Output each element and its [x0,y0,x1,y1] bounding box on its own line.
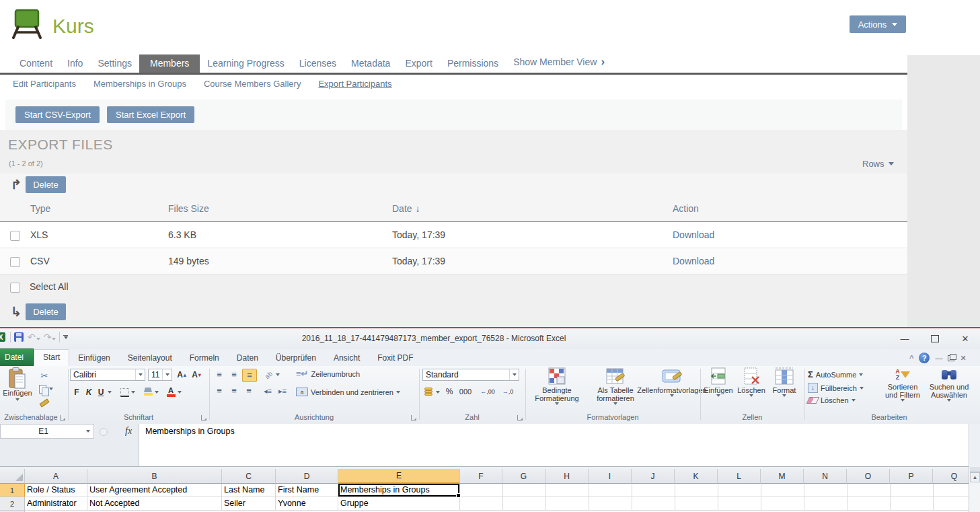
formula-input[interactable]: Memberships in Groups [145,427,235,436]
clear-button[interactable]: Löschen [808,396,856,404]
align-bottom-icon[interactable]: ≡ [242,369,257,382]
column-header[interactable]: L [718,469,761,484]
dialog-launcher-icon[interactable] [411,415,416,420]
font-color-caret-icon[interactable] [178,391,182,394]
cell-D1[interactable]: First Name [276,484,338,497]
column-header-selected[interactable]: E [338,469,460,484]
align-left-icon[interactable]: ≡ [213,385,226,397]
format-as-table-button[interactable]: Als Tabelle formatieren [588,367,643,405]
select-all-corner[interactable] [0,469,25,484]
column-header[interactable]: A [25,469,87,484]
merge-center-button[interactable]: a Verbinden und zentrieren [296,388,400,396]
dialog-launcher-icon[interactable] [60,415,65,420]
accounting-caret-icon[interactable] [436,391,440,394]
increase-indent-icon[interactable]: ▸≡ [276,385,289,397]
subtab-export-participants[interactable]: Export Participants [318,79,391,89]
copy-icon[interactable] [38,383,54,394]
subtab-course-members-gallery[interactable]: Course Members Gallery [204,79,301,89]
insert-function-icon[interactable]: fx [125,426,132,437]
help-icon[interactable]: ? [919,353,930,363]
row-header-selected[interactable]: 1 [0,484,25,497]
orientation-icon[interactable]: ab [259,365,278,384]
autosum-button[interactable]: Σ AutoSumme [808,369,863,379]
tab-members[interactable]: Members [139,54,200,73]
column-header[interactable]: N [804,469,847,484]
accounting-format-icon[interactable] [422,386,435,397]
column-header[interactable]: O [847,469,890,484]
ribbon-tab-ueberpruefen[interactable]: Überprüfen [267,351,325,366]
cell-E1-selected[interactable]: Memberships in Groups [338,484,460,497]
actions-button[interactable]: Actions [850,15,906,33]
row-checkbox[interactable] [10,257,20,267]
tab-permissions[interactable]: Permissions [440,55,506,73]
formula-bar-expand[interactable] [969,424,980,467]
cell-A1[interactable]: Role / Status [25,484,87,497]
wrap-text-button[interactable]: ≡↵ Zeilenumbruch [296,370,360,378]
close-button[interactable]: ✕ [955,331,975,346]
excel-title-bar[interactable]: X ↶ ↷ 2016_11_18_17-441479487173_member_… [0,328,980,349]
delete-cells-button[interactable]: Löschen [736,367,767,397]
workbook-restore-icon[interactable] [948,355,954,361]
align-right-icon[interactable]: ≡ [242,385,256,397]
column-header[interactable]: J [632,469,675,484]
start-excel-export-button[interactable]: Start Excel Export [107,106,194,123]
dialog-launcher-icon[interactable] [517,415,523,420]
column-header[interactable]: C [222,469,276,484]
underline-icon[interactable]: U [96,386,106,398]
column-header[interactable]: G [502,469,545,484]
column-header-type[interactable]: Type [30,203,50,214]
workbook-minimize-icon[interactable]: — [935,354,942,362]
percent-style-icon[interactable]: % [444,386,455,397]
ribbon-tab-einfuegen[interactable]: Einfügen [69,351,118,366]
align-top-icon[interactable]: ≡ [213,369,226,381]
paste-button[interactable]: Einfügen [0,367,35,401]
column-header[interactable]: K [675,469,718,484]
subtab-edit-participants[interactable]: Edit Participants [13,79,76,89]
italic-icon[interactable]: K [83,386,94,398]
align-center-icon[interactable]: ≡ [227,385,241,397]
maximize-button[interactable] [925,331,945,346]
rows-dropdown[interactable]: Rows [862,159,894,169]
excel-app-icon[interactable]: X [0,332,7,342]
fill-button[interactable]: ↓ Füllbereich [808,383,864,393]
borders-icon[interactable] [118,387,130,398]
column-header-files-size[interactable]: Files Size [168,203,209,214]
empty-cells[interactable] [460,484,980,497]
subtab-memberships-in-groups[interactable]: Memberships in Groups [93,79,186,89]
tab-licenses[interactable]: Licenses [292,55,344,73]
format-painter-icon[interactable] [38,398,51,408]
font-color-icon[interactable]: A [165,386,176,398]
column-header[interactable]: B [87,469,222,484]
select-all-checkbox[interactable] [10,283,20,293]
delete-button-top[interactable]: Delete [26,176,66,193]
column-header[interactable]: H [545,469,589,484]
dialog-launcher-icon[interactable] [201,415,206,420]
ribbon-tab-seitenlayout[interactable]: Seitenlayout [119,351,181,366]
cell-C1[interactable]: Last Name [222,484,276,497]
collapse-ribbon-icon[interactable]: ^ [909,354,913,362]
font-name-combo[interactable]: Calibri [70,369,145,381]
cell-D2[interactable]: Yvonne [276,497,338,511]
font-size-combo[interactable]: 11 [148,369,172,381]
ribbon-tab-datei[interactable]: Datei [0,349,34,366]
column-header[interactable]: P [890,469,933,484]
insert-cells-button[interactable]: Einfügen [702,367,734,397]
borders-caret-icon[interactable] [131,391,135,394]
tab-learning-progress[interactable]: Learning Progress [200,55,291,73]
column-header[interactable]: M [761,469,804,484]
tab-info[interactable]: Info [60,55,90,73]
ribbon-tab-start[interactable]: Start [34,349,69,366]
cell-A2[interactable]: Administrator [25,497,87,511]
ribbon-tab-ansicht[interactable]: Ansicht [325,351,369,366]
tab-content[interactable]: Content [12,55,60,73]
underline-caret-icon[interactable] [108,391,112,394]
shrink-font-icon[interactable]: A▾ [190,369,203,381]
cell-C2[interactable]: Seiler [222,497,276,511]
ribbon-tab-daten[interactable]: Daten [228,351,267,366]
fill-color-icon[interactable] [143,386,153,398]
column-header[interactable]: D [276,469,338,484]
sort-filter-button[interactable]: AZ Sortieren und Filtern [880,367,925,402]
orientation-caret-icon[interactable] [276,373,280,376]
number-format-combo[interactable]: Standard [422,369,519,381]
column-header-date[interactable]: Date↓ [392,203,420,214]
